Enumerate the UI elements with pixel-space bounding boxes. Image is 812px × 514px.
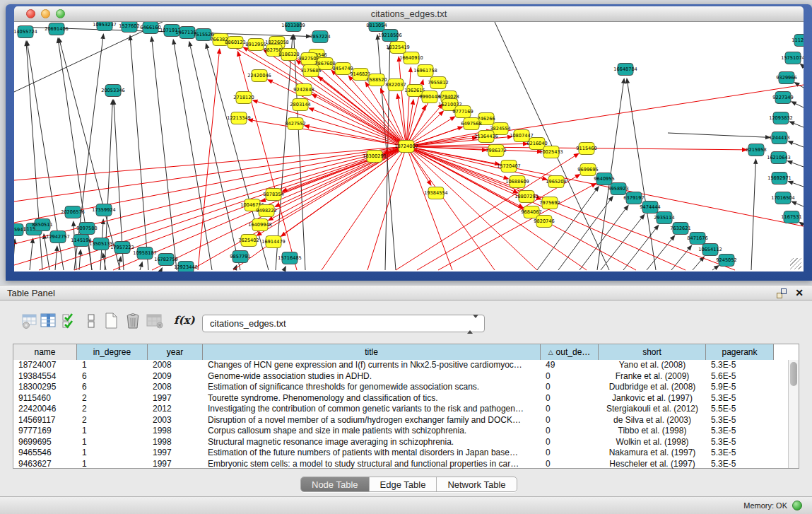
cell-pagerank[interactable]: 5.9E-5 bbox=[706, 382, 774, 393]
cell-in_degree[interactable]: 2 bbox=[77, 415, 148, 426]
cell-out_de[interactable]: 0 bbox=[541, 404, 599, 415]
cell-year[interactable]: 2009 bbox=[148, 371, 203, 382]
cell-year[interactable]: 1997 bbox=[148, 448, 203, 459]
table-row[interactable]: 1872400712008Changes of HCN gene express… bbox=[13, 360, 799, 371]
cell-title[interactable]: Disruption of a novel member of a sodium… bbox=[203, 415, 541, 426]
tab-network-table[interactable]: Network Table bbox=[437, 477, 516, 491]
tab-node-table[interactable]: Node Table bbox=[301, 477, 370, 491]
cell-short[interactable]: Yano et al. (2008) bbox=[599, 360, 706, 371]
cell-out_de[interactable]: 0 bbox=[541, 371, 599, 382]
cell-out_de[interactable]: 0 bbox=[541, 426, 599, 437]
table-row[interactable]: 911546021997Tourette syndrome. Phenomeno… bbox=[13, 393, 799, 404]
cell-out_de[interactable]: 0 bbox=[541, 437, 599, 448]
select-columns-button[interactable] bbox=[61, 312, 78, 330]
network-window-titlebar[interactable]: citations_edges.txt bbox=[14, 6, 804, 22]
cell-name[interactable]: 9465546 bbox=[13, 448, 77, 459]
cell-out_de[interactable]: 0 bbox=[541, 382, 599, 393]
cell-pagerank[interactable]: 5.3E-5 bbox=[706, 415, 774, 426]
tab-edge-table[interactable]: Edge Table bbox=[370, 477, 437, 491]
show-columns-button[interactable] bbox=[40, 312, 57, 330]
cell-short[interactable]: Dudbridge et al. (2008) bbox=[599, 382, 706, 393]
cell-pagerank[interactable]: 5.3E-5 bbox=[706, 360, 774, 371]
cell-name[interactable]: 9777169 bbox=[13, 426, 77, 437]
cell-name[interactable]: 9463627 bbox=[13, 459, 77, 470]
cell-in_degree[interactable]: 1 bbox=[77, 426, 148, 437]
cell-title[interactable]: Estimation of the future numbers of pati… bbox=[203, 448, 541, 459]
cell-title[interactable]: Tourette syndrome. Phenomenology and cla… bbox=[203, 393, 541, 404]
cell-in_degree[interactable]: 2 bbox=[77, 393, 148, 404]
cell-out_de[interactable]: 0 bbox=[541, 393, 599, 404]
cell-in_degree[interactable]: 6 bbox=[77, 371, 148, 382]
cell-pagerank[interactable]: 5.5E-5 bbox=[706, 404, 774, 415]
column-header-title[interactable]: title bbox=[203, 344, 541, 360]
cell-name[interactable]: 22420046 bbox=[13, 404, 77, 415]
float-panel-icon[interactable] bbox=[777, 288, 787, 298]
cell-in_degree[interactable]: 1 bbox=[77, 459, 148, 470]
cell-out_de[interactable]: 0 bbox=[541, 415, 599, 426]
network-table-selector[interactable]: citations_edges.txt bbox=[202, 315, 485, 332]
table-row[interactable]: 1830029562008Estimation of significance … bbox=[13, 382, 799, 393]
cell-in_degree[interactable]: 1 bbox=[77, 448, 148, 459]
cell-short[interactable]: Tibbo et al. (1998) bbox=[599, 426, 706, 437]
cell-short[interactable]: Wolkin et al. (1998) bbox=[599, 437, 706, 448]
cell-pagerank[interactable]: 5.3E-5 bbox=[706, 448, 774, 459]
window-resize-handle[interactable] bbox=[790, 258, 801, 269]
cell-out_de[interactable]: 49 bbox=[541, 360, 599, 371]
cell-title[interactable]: Genome-wide association studies in ADHD. bbox=[203, 371, 541, 382]
delete-column-button[interactable] bbox=[124, 312, 141, 330]
cell-year[interactable]: 2012 bbox=[148, 404, 203, 415]
table-row[interactable]: 946554611997Estimation of the future num… bbox=[13, 448, 799, 459]
cell-title[interactable]: Embryonic stem cells: a model to study s… bbox=[203, 459, 541, 470]
cell-year[interactable]: 1998 bbox=[148, 437, 203, 448]
cell-title[interactable]: Corpus callosum shape and size in male p… bbox=[203, 426, 541, 437]
cell-short[interactable]: Nakamura et al. (1997) bbox=[599, 448, 706, 459]
cell-name[interactable]: 19384554 bbox=[13, 371, 77, 382]
close-panel-icon[interactable]: ✕ bbox=[795, 287, 804, 298]
cell-pagerank[interactable]: 5.3E-5 bbox=[706, 437, 774, 448]
import-table-button[interactable] bbox=[146, 312, 163, 330]
cell-year[interactable]: 2003 bbox=[148, 415, 203, 426]
cell-pagerank[interactable]: 5.3E-5 bbox=[706, 426, 774, 437]
cell-name[interactable]: 9115460 bbox=[13, 393, 77, 404]
table-scrollbar-thumb[interactable] bbox=[790, 362, 797, 386]
column-header-out_de[interactable]: △out_de… bbox=[541, 344, 599, 360]
create-column-button[interactable] bbox=[103, 312, 120, 330]
table-row[interactable]: 977716911998Corpus callosum shape and si… bbox=[13, 426, 799, 437]
table-row[interactable]: 946362711997Embryonic stem cells: a mode… bbox=[13, 459, 799, 470]
cell-pagerank[interactable]: 5.3E-5 bbox=[706, 393, 774, 404]
cell-title[interactable]: Estimation of significance thresholds fo… bbox=[203, 382, 541, 393]
cell-pagerank[interactable]: 5.3E-5 bbox=[706, 459, 774, 470]
table-mode-button[interactable] bbox=[21, 312, 38, 330]
row-height-button[interactable] bbox=[83, 312, 100, 330]
cell-title[interactable]: Structural magnetic resonance image aver… bbox=[203, 437, 541, 448]
cell-pagerank[interactable]: 5.6E-5 bbox=[706, 371, 774, 382]
cell-year[interactable]: 1997 bbox=[148, 393, 203, 404]
cell-year[interactable]: 2008 bbox=[148, 360, 203, 371]
network-canvas[interactable]: 1872400776638228860123891295518226058982… bbox=[14, 22, 804, 271]
cell-name[interactable]: 18300295 bbox=[13, 382, 77, 393]
cell-name[interactable]: 18724007 bbox=[13, 360, 77, 371]
cell-in_degree[interactable]: 6 bbox=[77, 382, 148, 393]
function-builder-button[interactable]: f(x) bbox=[174, 312, 195, 330]
cell-short[interactable]: Franke et al. (2009) bbox=[599, 371, 706, 382]
cell-out_de[interactable]: 0 bbox=[541, 459, 599, 470]
cell-title[interactable]: Investigating the contribution of common… bbox=[203, 404, 541, 415]
cell-year[interactable]: 1997 bbox=[148, 459, 203, 470]
column-header-name[interactable]: name bbox=[13, 344, 77, 360]
cell-short[interactable]: Hescheler et al. (1997) bbox=[599, 459, 706, 470]
cell-in_degree[interactable]: 2 bbox=[77, 404, 148, 415]
cell-year[interactable]: 2008 bbox=[148, 382, 203, 393]
cell-in_degree[interactable]: 1 bbox=[77, 437, 148, 448]
cell-short[interactable]: de Silva et al. (2003) bbox=[599, 415, 706, 426]
table-scrollbar[interactable] bbox=[788, 360, 799, 468]
table-row[interactable]: 2242004622012Investigating the contribut… bbox=[13, 404, 799, 415]
column-header-in_degree[interactable]: in_degree bbox=[77, 344, 148, 360]
table-row[interactable]: 1938455462009Genome-wide association stu… bbox=[13, 371, 799, 382]
column-header-year[interactable]: year bbox=[148, 344, 203, 360]
cell-name[interactable]: 14569117 bbox=[13, 415, 77, 426]
cell-out_de[interactable]: 0 bbox=[541, 448, 599, 459]
table-row[interactable]: 969969511998Structural magnetic resonanc… bbox=[13, 437, 799, 448]
column-header-short[interactable]: short bbox=[599, 344, 706, 360]
cell-name[interactable]: 9699695 bbox=[13, 437, 77, 448]
cell-short[interactable]: Stergiakouli et al. (2012) bbox=[599, 404, 706, 415]
